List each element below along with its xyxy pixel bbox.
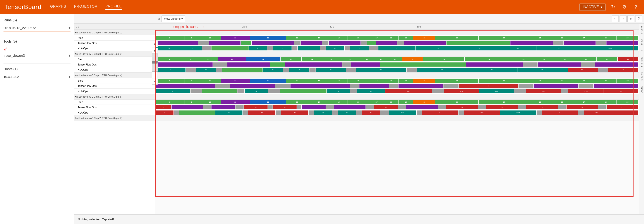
step-2-2[interactable]: 2 [402, 57, 423, 61]
step-11[interactable]: 11 [221, 36, 250, 40]
op-block[interactable] [302, 105, 326, 110]
op-block-in4c[interactable]: In [446, 105, 478, 110]
op-block[interactable] [595, 62, 638, 66]
step-13[interactable]: 13 [286, 36, 308, 40]
step-23[interactable]: 23 [435, 36, 478, 40]
step-13-4[interactable]: 13 [286, 100, 308, 104]
nav-left-button[interactable]: ← [612, 15, 619, 22]
step-28-3[interactable]: 28 [595, 78, 616, 83]
xla-op[interactable]: cro [357, 89, 385, 93]
step-19-3[interactable]: 19 [399, 78, 413, 83]
xla-op[interactable]: cr [298, 46, 320, 50]
xla-op[interactable]: inf c... [568, 89, 603, 93]
op-block[interactable] [398, 84, 443, 88]
op-block-in4e[interactable]: In [526, 105, 558, 110]
op-block[interactable] [326, 105, 334, 110]
xla-op[interactable]: cro [467, 68, 517, 72]
xla-op[interactable]: inf [248, 110, 276, 114]
xla-op[interactable]: cr [183, 46, 202, 50]
xla-op[interactable] [346, 68, 356, 72]
xla-op[interactable] [212, 46, 248, 50]
xla-op[interactable] [356, 110, 362, 114]
refresh-button[interactable]: ↻ [609, 3, 617, 11]
step-12[interactable]: 12 [250, 36, 286, 40]
op-block[interactable] [329, 41, 360, 45]
nav-profile[interactable]: PROFILE [106, 4, 122, 10]
xla-op[interactable] [561, 89, 568, 93]
xla-op[interactable] [537, 110, 542, 114]
step-26[interactable]: 26 [551, 36, 573, 40]
op-block[interactable] [285, 62, 342, 66]
step-25-2[interactable]: 25 [513, 57, 534, 61]
step-8[interactable]: 8 [156, 36, 184, 40]
step-23-3[interactable]: 23 [435, 78, 478, 83]
op-block[interactable] [294, 41, 300, 45]
xla-op[interactable]: cro [417, 68, 467, 72]
step-17[interactable]: 17 [369, 36, 384, 40]
xla-op[interactable] [332, 110, 338, 114]
step-10[interactable]: 10 [199, 36, 221, 40]
step-13-3[interactable]: 13 [286, 78, 308, 83]
step-24-4[interactable]: 24 [478, 100, 529, 104]
op-block[interactable] [230, 84, 275, 88]
step-2-4[interactable]: 2 [413, 100, 435, 104]
xla-op[interactable]: cro in [500, 110, 536, 114]
op-block-i4g[interactable]: I... [607, 105, 638, 110]
op-block[interactable] [466, 62, 523, 66]
xla-op[interactable]: inf [608, 68, 638, 72]
view-options-button[interactable]: View Options ▾ [162, 16, 185, 22]
xla-op[interactable]: c... [462, 46, 499, 50]
op-block[interactable] [581, 62, 595, 66]
step-8-3[interactable]: 8 [156, 78, 184, 83]
op-block[interactable] [389, 84, 398, 88]
op-block[interactable] [438, 105, 446, 110]
xla-op[interactable] [186, 68, 196, 72]
step-19-4[interactable]: 19 [399, 100, 413, 104]
op-block[interactable] [376, 41, 397, 45]
step-11-3[interactable]: 11 [221, 78, 250, 83]
xla-op[interactable] [369, 46, 378, 50]
step-29-4[interactable]: 29 [617, 100, 638, 104]
op-block[interactable] [404, 41, 446, 45]
nav-right-button[interactable]: → [620, 15, 626, 22]
op-block[interactable] [380, 62, 466, 66]
step-2[interactable]: 2 [413, 36, 435, 40]
step-14-4[interactable]: 14 [308, 100, 330, 104]
step-19-2[interactable]: 19 [388, 57, 402, 61]
xla-op[interactable]: cr [326, 46, 344, 50]
xla-op[interactable] [406, 68, 416, 72]
op-block[interactable] [268, 105, 272, 110]
step-16-4[interactable]: 16 [348, 100, 369, 104]
step-9-4[interactable]: 9 [184, 100, 199, 104]
xla-op[interactable] [598, 68, 608, 72]
op-block[interactable] [172, 105, 203, 110]
step-25[interactable]: 25 [529, 36, 551, 40]
op-block[interactable] [270, 62, 285, 66]
xla-op[interactable] [179, 110, 215, 114]
op-block[interactable] [342, 62, 351, 66]
op-block[interactable] [209, 41, 241, 45]
op-block[interactable] [156, 84, 215, 88]
cursor-tool-button[interactable] [152, 41, 158, 47]
xla-op[interactable]: c... [378, 46, 415, 50]
xla-op[interactable] [458, 110, 464, 114]
step-12-3[interactable]: 12 [250, 78, 286, 83]
xla-op-inf[interactable]: inf c... [584, 110, 611, 114]
xla-op[interactable] [320, 46, 326, 50]
op-block[interactable] [275, 84, 290, 88]
step-23-2[interactable]: 23 [423, 57, 464, 61]
toolbar-help-button[interactable]: ? [635, 15, 642, 22]
xla-op[interactable] [222, 68, 262, 72]
xla-op[interactable]: cro... [568, 68, 598, 72]
step-28-4[interactable]: 28 [595, 100, 616, 104]
xla-op[interactable]: c... [526, 89, 561, 93]
op-block[interactable] [446, 41, 510, 45]
step-28[interactable]: 28 [595, 36, 616, 40]
step-9-3[interactable]: 9 [184, 78, 199, 83]
runs-dropdown[interactable]: 2018-06-13_22:30:15/ ▾ [4, 24, 70, 32]
xla-op[interactable]: cr [289, 68, 309, 72]
step-18-3[interactable]: 18 [384, 78, 398, 83]
op-block[interactable] [236, 105, 243, 110]
step-14-3[interactable]: 14 [308, 78, 330, 83]
xla-op[interactable]: cr [249, 46, 267, 50]
